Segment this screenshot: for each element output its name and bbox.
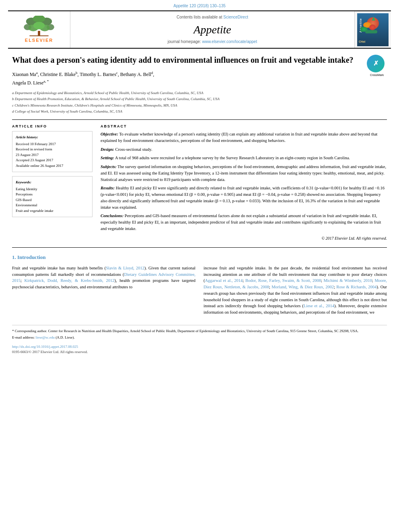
keywords-label: Keywords: <box>16 180 89 185</box>
kw-5: Fruit and vegetable intake <box>16 208 89 214</box>
cover-chat-label: CHat <box>359 40 365 44</box>
crossmark-circle: ✗ <box>367 55 385 72</box>
elsevier-logo: ELSEVIER <box>23 16 55 43</box>
aff-c-sup: c <box>116 71 118 75</box>
intro-para-1: Fruit and vegetable intake has many heal… <box>12 265 195 290</box>
rose-link[interactable]: Rose & Richards, 2004 <box>336 285 376 289</box>
cover-veggie-4 <box>365 30 377 33</box>
abstract-conclusions: Conclusions: Perceptions and GIS-based m… <box>101 213 387 232</box>
abstract-heading: ABSTRACT <box>101 124 387 129</box>
subjects-label: Subjects: <box>101 164 117 169</box>
footnote-section: * Corresponding author. Center for Resea… <box>12 325 387 340</box>
aff-d-sup: d <box>151 71 153 75</box>
issn-row: 0195-6663/© 2017 Elsevier Ltd. All right… <box>12 349 387 355</box>
design-label: Design: <box>101 147 114 152</box>
elsevier-tree-icon <box>23 16 55 37</box>
citation-text: Appetite 120 (2018) 130–135 <box>173 4 226 8</box>
accepted-row: Accepted 23 August 2017 <box>16 158 89 163</box>
journal-center: Contents lists available at ScienceDirec… <box>70 11 355 48</box>
top-citation: Appetite 120 (2018) 130–135 <box>0 0 399 10</box>
michimi-link[interactable]: Michimi & Wimberly, 2010 <box>324 278 372 283</box>
kirkpatrick-link[interactable]: Kirkpatrick, Dodd, Reedy, & Krebs-Smith,… <box>24 278 114 283</box>
slavin-link[interactable]: Slavin & Lloyd, 2012 <box>106 266 144 270</box>
email-row: E-mail address: liese@sc.edu (A.D. Liese… <box>12 335 387 340</box>
page-wrapper: Appetite 120 (2018) 130–135 <box>0 0 399 360</box>
doi-row: http://dx.doi.org/10.1016/j.appet.2017.0… <box>12 344 387 349</box>
journal-name: Appetite <box>193 22 231 37</box>
doi-link[interactable]: http://dx.doi.org/10.1016/j.appet.2017.0… <box>12 345 78 349</box>
objective-text: To evaluate whether knowledge of a perso… <box>101 132 377 143</box>
abstract-setting: Setting: A total of 968 adults were recr… <box>101 155 387 161</box>
results-label: Results: <box>101 186 115 190</box>
corresponding-author: * Corresponding author. Center for Resea… <box>12 329 387 334</box>
kw-3: GIS-Based <box>16 197 89 203</box>
article-info-heading: ARTICLE INFO <box>12 124 93 129</box>
setting-label: Setting: <box>101 156 114 160</box>
author-timothy: Timothy L. Barnes <box>80 72 116 77</box>
received-row: Received 10 February 2017 <box>16 142 89 147</box>
article-history-label: Article history: <box>16 135 89 140</box>
sciencedirect-anchor[interactable]: ScienceDirect <box>223 15 248 19</box>
section-divider <box>12 247 387 248</box>
aff-b-sup: b <box>76 71 78 75</box>
results-text: Healthy EI and picky EI were significant… <box>101 186 385 209</box>
abstract-subjects: Subjects: The survey queried information… <box>101 164 387 183</box>
corresponding-author-text: * Corresponding author. Center for Resea… <box>12 329 358 333</box>
kw-1: Eating Identity <box>16 187 89 192</box>
revised-date-row: 23 August 2017 <box>16 152 89 158</box>
cover-veggie-3 <box>369 25 376 30</box>
keywords-box: Keywords: Eating Identity Perceptions GI… <box>12 176 93 217</box>
affiliations-section: a Department of Epidemiology and Biostat… <box>12 90 387 115</box>
intro-para-2: increase fruit and vegetable intake. In … <box>204 265 387 316</box>
elsevier-brand-text: ELSEVIER <box>25 37 53 43</box>
journal-homepage: journal homepage: www.elsevier.com/locat… <box>168 39 257 45</box>
morland-link[interactable]: Morland, Wing, & Diez Roux, 2002 <box>271 285 334 289</box>
author-angela: Angela D. Liese <box>12 80 43 86</box>
cover-leaf-icon <box>372 16 375 21</box>
journal-header: ELSEVIER Contents lists available at Sci… <box>8 10 391 49</box>
author-christine: Christine E. Blake <box>40 72 76 77</box>
affiliation-a: a Department of Epidemiology and Biostat… <box>12 90 387 96</box>
svg-rect-8 <box>38 31 40 35</box>
abstract-objective: Objective: To evaluate whether knowledge… <box>101 131 387 144</box>
kw-4: Environmental <box>16 203 89 208</box>
author-bethany: Bethany A. Bell <box>120 72 151 77</box>
objective-label: Objective: <box>101 132 118 136</box>
affiliation-c: c Children's Minnesota Research Institut… <box>12 103 387 109</box>
email-label: E-mail address: <box>12 335 35 339</box>
cover-bg: Appetite CHat <box>357 13 389 46</box>
conclusions-text: Perceptions and GIS-based measures of en… <box>101 214 381 231</box>
crossmark-label: CrossMark <box>367 73 387 77</box>
crossmark-icon: ✗ <box>373 59 378 68</box>
journal-homepage-link[interactable]: www.elsevier.com/locate/appet <box>202 39 257 44</box>
online-row: Available online 26 August 2017 <box>16 163 89 169</box>
svg-point-7 <box>33 22 45 29</box>
article-info-abstract: ARTICLE INFO Article history: Received 1… <box>12 119 387 241</box>
sciencedirect-link: Contents lists available at ScienceDirec… <box>177 14 248 20</box>
email-link[interactable]: liese@sc.edu <box>35 335 55 339</box>
aggarwal-link[interactable]: Aggarwal et al., 2014 <box>205 278 243 283</box>
journal-cover-image: Appetite CHat <box>357 13 389 46</box>
setting-text: A total of 968 adults were recruited for… <box>115 156 350 160</box>
authors-section: Xiaonan Maa, Christine E. Blakeb, Timoth… <box>12 70 387 87</box>
right-column: ABSTRACT Objective: To evaluate whether … <box>101 124 387 241</box>
bottom-bar: http://dx.doi.org/10.1016/j.appet.2017.0… <box>12 344 387 354</box>
liese-link[interactable]: Liese et al., 2014 <box>304 304 334 308</box>
email-suffix: (A.D. Liese). <box>56 335 74 339</box>
title-section: What does a person's eating identity add… <box>12 55 387 65</box>
affiliation-d: d College of Social Work, University of … <box>12 109 387 115</box>
introduction-columns: Fruit and vegetable intake has many heal… <box>12 265 387 319</box>
article-title: What does a person's eating identity add… <box>12 55 387 65</box>
left-column: ARTICLE INFO Article history: Received 1… <box>12 124 93 241</box>
intro-col-right: increase fruit and vegetable intake. In … <box>204 265 387 319</box>
bodor-link[interactable]: Bodor, Rose, Farley, Swaim, & Scott, 200… <box>245 278 321 283</box>
journal-cover-section: Appetite CHat <box>355 11 391 48</box>
revised-label-row: Received in revised form <box>16 147 89 152</box>
aff-a-sup: a <box>36 71 38 75</box>
copyright-text: © 2017 Elsevier Ltd. All rights reserved… <box>101 235 387 241</box>
author-xiaonan: Xiaonan Ma <box>12 72 36 77</box>
kw-2: Perceptions <box>16 192 89 197</box>
crossmark-container[interactable]: ✗ CrossMark <box>367 55 387 75</box>
main-content: What does a person's eating identity add… <box>0 49 399 360</box>
elsevier-logo-section: ELSEVIER <box>8 11 70 48</box>
